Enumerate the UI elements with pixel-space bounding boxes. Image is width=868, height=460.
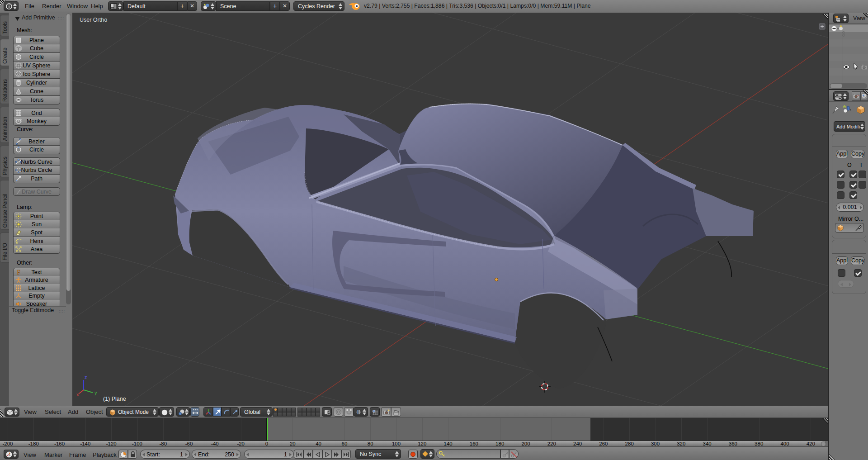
- svg-text:User Ortho: User Ortho: [80, 17, 107, 23]
- svg-text:x: x: [76, 392, 79, 397]
- svg-text:(1) Plane: (1) Plane: [103, 396, 126, 402]
- svg-text:z: z: [85, 375, 87, 380]
- svg-text:F: F: [17, 269, 20, 276]
- svg-text:y: y: [94, 390, 97, 395]
